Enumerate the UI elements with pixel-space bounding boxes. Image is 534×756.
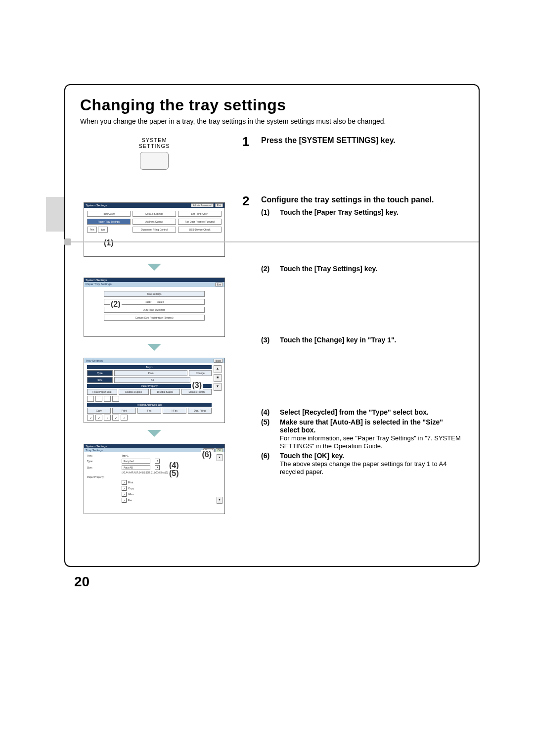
callout-1: (1) <box>103 238 115 247</box>
screen-system-settings-home: System Settings Admin Password Exit Tota… <box>84 202 225 257</box>
callout-5: (5) <box>168 469 180 478</box>
screen-tray-settings-detail: System Settings Tray Settings Cancel OK … <box>84 444 225 514</box>
substep-2: (2) Touch the [Tray Settings] key. <box>261 265 464 273</box>
btn-default-settings: Default Settings <box>133 211 176 217</box>
screen-paper-tray-settings: System Settings Paper Tray Settings Exit… <box>84 278 225 337</box>
hdr-size: Size <box>87 377 113 383</box>
back-button: Back <box>214 359 223 363</box>
page-title: Changing the tray settings <box>80 96 464 114</box>
substep-4: (4) Select [Recycled] from the "Type" se… <box>261 408 464 416</box>
dropdown-icon: ▾ <box>155 465 160 470</box>
exit-button: Exit <box>215 283 223 286</box>
system-settings-key-illustration: SYSTEM SETTINGS <box>138 137 170 170</box>
size-select: Auto-AB <box>122 465 150 470</box>
screen-subtitle: Paper Tray Settings <box>86 283 112 286</box>
substep-1: (1) Touch the [Paper Tray Settings] key. <box>261 208 464 216</box>
job-print: Print <box>112 408 136 414</box>
checkmark-icon <box>112 415 119 421</box>
btn-paper-tray-settings: Paper Tray Settings <box>87 219 131 225</box>
checkbox-icon <box>104 396 111 402</box>
scroll-bar: ▲ ■ ▼ <box>214 365 222 421</box>
btn-fax-data: Fax Data Receive/Forward <box>178 219 222 225</box>
val-tray: Tray 1 <box>122 454 129 457</box>
btn-printer-right: tion <box>98 227 108 233</box>
dropdown-icon: ▾ <box>155 459 160 464</box>
btn-total-count: Total Count <box>87 211 131 217</box>
callout-2: (2) <box>110 300 122 309</box>
callout-3: (3) <box>191 381 203 390</box>
scroll-up-icon: ▲ <box>214 365 222 373</box>
step-title: Configure the tray settings in the touch… <box>261 195 464 204</box>
screen-title: Tray Settings <box>86 359 103 362</box>
type-select: Recycled <box>122 459 150 464</box>
screen-title: System Settings <box>86 204 107 207</box>
checkmark-icon <box>122 492 127 497</box>
hdr-type: Type <box>87 370 113 376</box>
check-copy: Copy <box>128 487 134 490</box>
checkbox-icon <box>95 396 102 402</box>
substep-6: (6) Touch the [OK] key. The above steps … <box>261 452 464 475</box>
job-fax: Fax <box>137 408 161 414</box>
illustration-column: SYSTEM SETTINGS System Settings Admin Pa… <box>80 135 228 514</box>
label-type: Type: <box>87 460 119 463</box>
checkmark-icon <box>104 415 111 421</box>
section-divider <box>65 241 479 242</box>
checkmark-icon <box>122 486 127 491</box>
btn-doc-filing: Document Filing Control <box>133 227 176 233</box>
step-number: 2 <box>242 194 254 477</box>
checkmark-icon <box>122 498 127 503</box>
prop-disable-duplex: Disable Duplex <box>119 389 149 395</box>
content-frame: Changing the tray settings When you chan… <box>64 84 480 567</box>
scroll-down-icon: ▼ <box>214 383 222 391</box>
step-title: Press the [SYSTEM SETTINGS] key. <box>261 136 396 145</box>
admin-password-button: Admin Password <box>191 203 214 207</box>
instructions-column: 1 Press the [SYSTEM SETTINGS] key. 2 Con… <box>242 135 464 514</box>
substep-5: (5) Make sure that [Auto-AB] is selected… <box>261 418 464 450</box>
system-settings-key-button <box>140 152 169 170</box>
page-number: 20 <box>74 574 89 590</box>
screen-subtitle: Tray Settings <box>86 449 103 452</box>
intro-text: When you change the paper in a tray, the… <box>80 117 464 125</box>
check-ifax: I-Fax <box>128 493 134 496</box>
val-plain: Plain <box>114 370 187 376</box>
btn-list-print: List Print (User) <box>178 211 222 217</box>
section-divider-knob <box>64 238 71 245</box>
label-tray: Tray: <box>87 454 119 457</box>
checkmark-icon <box>95 415 102 421</box>
ok-button: OK <box>216 448 223 452</box>
tray1-header: Tray 1 <box>87 365 212 369</box>
scroll-up-icon: ▲ <box>217 454 222 461</box>
prop-fixed-side: Fixed Paper Side <box>87 389 117 395</box>
exit-button: Exit <box>215 203 223 207</box>
arrow-down-icon <box>147 430 161 437</box>
arrow-down-icon <box>147 344 161 351</box>
substep-3: (3) Touch the [Change] key in "Tray 1". <box>261 336 464 344</box>
item-custom-size: Custom Size Registration (Bypass) <box>104 315 205 321</box>
change-button: Change <box>189 370 212 376</box>
btn-address-control: Address Control <box>133 219 176 225</box>
checkmark-icon <box>87 415 94 421</box>
btn-usb-check: USB-Device Check <box>178 227 222 233</box>
arrow-down-icon <box>147 264 161 271</box>
step-number: 1 <box>242 135 254 149</box>
screen-title: System Settings <box>86 445 107 448</box>
label-paper-property: Paper Property: <box>87 475 119 478</box>
scroll-thumb-icon: ■ <box>214 374 222 382</box>
job-copy: Copy <box>87 408 111 414</box>
screen-tray-settings-list: Tray Settings Back Tray 1 Type Plain Cha… <box>84 358 225 423</box>
approved-job-header: Feeding Approved Job <box>87 403 212 407</box>
item-tray-settings-header: Tray Settings <box>104 291 205 297</box>
scroll-down-icon: ▼ <box>217 497 222 504</box>
val-a4: A4 <box>114 377 190 383</box>
step-2: 2 Configure the tray settings in the tou… <box>242 194 464 477</box>
scroll-bar: ▲ ▼ <box>217 454 222 504</box>
screen-title: System Settings <box>86 279 107 282</box>
callout-6: (6) <box>201 450 213 459</box>
label-size: Size: <box>87 466 119 469</box>
check-print: Print <box>128 481 133 484</box>
checkbox-icon <box>112 396 119 402</box>
check-fax: Fax <box>128 499 132 502</box>
side-tab-marker <box>46 197 64 232</box>
prop-disable-staple: Disable Staple <box>150 389 180 395</box>
checkbox-icon <box>87 396 94 402</box>
